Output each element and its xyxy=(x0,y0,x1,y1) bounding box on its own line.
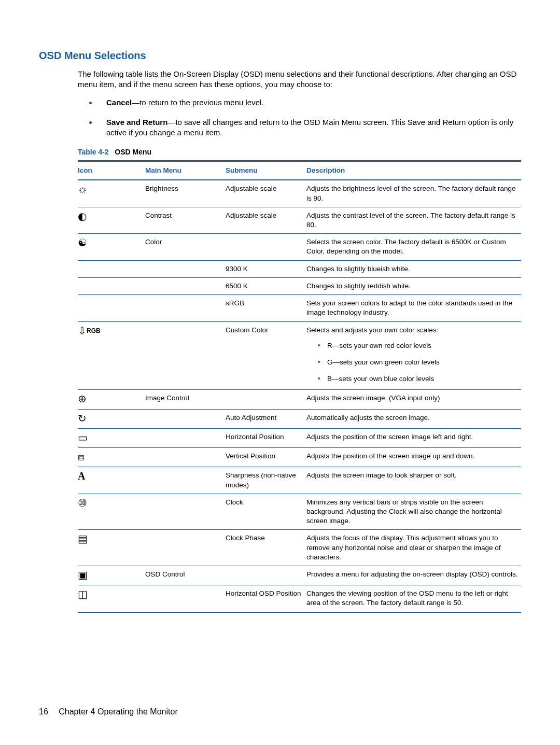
table-row: ⧈Vertical PositionAdjusts the position o… xyxy=(78,448,521,467)
document-page: OSD Menu Selections The following table … xyxy=(0,0,560,641)
intro-bullet-2: Save and Return—to save all changes and … xyxy=(78,117,521,138)
cell-submenu: Custom Color xyxy=(226,326,306,335)
description-text: Adjusts the position of the screen image… xyxy=(306,432,521,442)
bullet-text: B—sets your own blue color levels xyxy=(327,374,434,384)
cell-description: Adjusts the position of the screen image… xyxy=(306,452,521,461)
description-text: Adjusts the focus of the display. This a… xyxy=(306,533,521,562)
description-text: Adjusts the screen image to look sharper… xyxy=(306,471,521,480)
cell-description: Changes to slightly reddish white. xyxy=(306,282,521,291)
auto-adjust-icon: ↻ xyxy=(78,413,87,424)
table-row: ☼BrightnessAdjustable scaleAdjusts the b… xyxy=(78,180,521,207)
chapter-label: Chapter 4 Operating the Monitor xyxy=(59,707,177,716)
description-bullet-item: R—sets your own red color levels xyxy=(306,341,521,350)
table-row: sRGBSets your screen colors to adapt to … xyxy=(78,295,521,321)
bullet-dot-icon xyxy=(89,121,92,124)
table-row: ⑩ClockMinimizes any vertical bars or str… xyxy=(78,494,521,530)
cell-submenu: Auto Adjustment xyxy=(226,413,306,423)
description-bullet-item: B—sets your own blue color levels xyxy=(306,374,521,384)
cell-description: Minimizes any vertical bars or strips vi… xyxy=(306,498,521,526)
bullet-text: Cancel—to return to the previous menu le… xyxy=(106,97,264,108)
cell-icon: ↻ xyxy=(78,413,145,425)
cell-description: Adjusts the position of the screen image… xyxy=(306,432,521,442)
table-caption-title: OSD Menu xyxy=(111,148,152,156)
bullet-dot-icon xyxy=(89,102,92,104)
intro-bullets: Cancel—to return to the previous menu le… xyxy=(78,97,521,138)
cell-icon: A xyxy=(78,471,145,482)
table-row: ⇩RGBCustom ColorSelects and adjusts your… xyxy=(78,322,521,390)
cell-submenu: Clock Phase xyxy=(226,533,306,543)
description-text: Sets your screen colors to adapt to the … xyxy=(306,299,521,317)
table-row: 6500 KChanges to slightly reddish white. xyxy=(78,278,521,295)
section-heading: OSD Menu Selections xyxy=(39,50,521,62)
osd-table: Icon Main Menu Submenu Description ☼Brig… xyxy=(78,160,521,613)
page-footer: 16 Chapter 4 Operating the Monitor xyxy=(39,707,178,716)
cell-main-menu: Image Control xyxy=(145,393,226,403)
cell-description: Changes the viewing position of the OSD … xyxy=(306,589,521,608)
cell-description: Adjusts the focus of the display. This a… xyxy=(306,533,521,562)
table-row: ▭Horizontal PositionAdjusts the position… xyxy=(78,429,521,448)
page-number: 16 xyxy=(39,707,48,716)
bullet-dot-icon xyxy=(318,361,320,363)
cell-icon: ◫ xyxy=(78,589,145,600)
v-position-icon: ⧈ xyxy=(78,452,85,462)
cell-submenu: 6500 K xyxy=(226,282,306,291)
cell-description: Automatically adjusts the screen image. xyxy=(306,413,521,423)
description-text: Adjusts the screen image. (VGA input onl… xyxy=(306,393,521,403)
cell-submenu: Adjustable scale xyxy=(226,184,306,193)
rgb-icon: ⇩RGB xyxy=(78,326,101,336)
table-row: ◫Horizontal OSD PositionChanges the view… xyxy=(78,585,521,611)
table-row: 9300 KChanges to slightly blueish white. xyxy=(78,261,521,278)
description-text: Automatically adjusts the screen image. xyxy=(306,413,521,423)
description-text: Adjusts the brightness level of the scre… xyxy=(306,184,521,203)
description-text: Minimizes any vertical bars or strips vi… xyxy=(306,498,521,526)
description-text: Adjusts the contrast level of the screen… xyxy=(306,211,521,230)
cell-description: Adjusts the screen image to look sharper… xyxy=(306,471,521,480)
description-text: Changes the viewing position of the OSD … xyxy=(306,589,521,608)
cell-main-menu: OSD Control xyxy=(145,570,226,579)
osd-control-icon: ▣ xyxy=(78,570,88,580)
sharpness-icon: A xyxy=(78,471,85,481)
table-body: ☼BrightnessAdjustable scaleAdjusts the b… xyxy=(78,180,521,611)
cell-description: Adjusts the contrast level of the screen… xyxy=(306,211,521,230)
clock-phase-icon: ▤ xyxy=(78,533,88,544)
cell-description: Sets your screen colors to adapt to the … xyxy=(306,299,521,317)
cell-description: Changes to slightly blueish white. xyxy=(306,264,521,274)
bullet-text: G—sets your own green color levels xyxy=(327,358,440,367)
description-text: Changes to slightly blueish white. xyxy=(306,264,521,274)
cell-main-menu: Color xyxy=(145,237,226,247)
cell-description: Selects the screen color. The factory de… xyxy=(306,237,521,256)
description-bullet-item: G—sets your own green color levels xyxy=(306,358,521,367)
description-text: Provides a menu for adjusting the on-scr… xyxy=(306,570,521,579)
table-row: ▤Clock PhaseAdjusts the focus of the dis… xyxy=(78,530,521,566)
intro-paragraph: The following table lists the On-Screen … xyxy=(78,69,521,90)
cell-icon: ▭ xyxy=(78,432,145,444)
intro-bullet-1: Cancel—to return to the previous menu le… xyxy=(78,97,521,108)
cell-description: Selects and adjusts your own color scale… xyxy=(306,326,521,386)
clock-icon: ⑩ xyxy=(78,498,87,508)
cell-icon: ⧈ xyxy=(78,452,145,463)
header-main: Main Menu xyxy=(145,166,226,175)
cell-description: Adjusts the screen image. (VGA input onl… xyxy=(306,393,521,403)
bullet-dot-icon xyxy=(318,377,320,379)
header-icon: Icon xyxy=(78,166,145,175)
description-text: Selects the screen color. The factory de… xyxy=(306,237,521,256)
bullet-dot-icon xyxy=(318,344,320,346)
cell-description: Adjusts the brightness level of the scre… xyxy=(306,184,521,203)
color-icon: ☯ xyxy=(78,237,87,248)
h-position-icon: ▭ xyxy=(78,432,88,443)
header-sub: Submenu xyxy=(226,166,306,175)
cell-icon: ▣ xyxy=(78,570,145,581)
cell-icon: ⊕ xyxy=(78,393,145,405)
cell-submenu: Vertical Position xyxy=(226,452,306,461)
table-row: ▣OSD ControlProvides a menu for adjustin… xyxy=(78,566,521,585)
cell-submenu: Sharpness (non-native modes) xyxy=(226,471,306,489)
cell-icon: ◐ xyxy=(78,211,145,222)
cell-submenu: Clock xyxy=(226,498,306,507)
table-row: ↻Auto AdjustmentAutomatically adjusts th… xyxy=(78,410,521,429)
cell-submenu: 9300 K xyxy=(226,264,306,274)
table-row: ☯ColorSelects the screen color. The fact… xyxy=(78,234,521,260)
table-caption: Table 4-2 OSD Menu xyxy=(78,147,521,157)
cell-submenu: Adjustable scale xyxy=(226,211,306,220)
table-row: ⊕Image ControlAdjusts the screen image. … xyxy=(78,390,521,409)
contrast-icon: ◐ xyxy=(78,211,87,221)
